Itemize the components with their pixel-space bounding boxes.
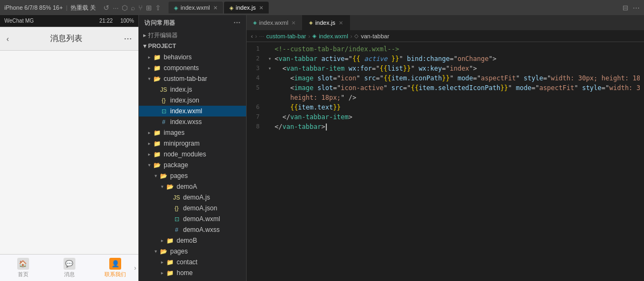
demoa-wxml-label: demoA.wxml bbox=[183, 215, 220, 223]
code-area[interactable]: 1 <!--custom-tab-bar/index.wxml--> 2 ▾ <… bbox=[247, 42, 640, 281]
editor-wxml-close[interactable]: ✕ bbox=[291, 20, 296, 26]
title-bar-right-icons: ⊟ ⋯ bbox=[622, 4, 640, 12]
behaviors-label: behaviors bbox=[164, 53, 192, 61]
nav-expand-icon[interactable]: › bbox=[134, 264, 136, 272]
tab-label-js: index.js bbox=[236, 4, 256, 11]
behaviors-folder-icon: 📁 bbox=[153, 53, 162, 61]
code-line-8: 8 </van-tabbar> bbox=[247, 122, 640, 132]
code-line-5b: 5 height: 18px;" /> bbox=[247, 93, 640, 102]
split-icon[interactable]: ⊟ bbox=[622, 4, 628, 12]
new-page-icon[interactable]: ⬡ bbox=[122, 4, 128, 12]
node-modules-icon: 📁 bbox=[153, 150, 162, 159]
folder-demoa[interactable]: 📂 demoA bbox=[139, 181, 246, 192]
file-index-wxss[interactable]: # index.wxss bbox=[139, 116, 246, 127]
folder-index[interactable]: 📁 index bbox=[139, 278, 246, 281]
index-wxss-icon: # bbox=[159, 118, 168, 126]
main-layout: WeChat MG 21:22 100% ‹ 消息列表 ··· 🏠 首页 💬 消… bbox=[0, 15, 644, 281]
editor-js-tab-label: index.js bbox=[315, 19, 335, 26]
search-icon[interactable]: ⌕ bbox=[131, 4, 135, 12]
demob-label: demoB bbox=[177, 237, 197, 244]
folder-pages-2[interactable]: 📂 pages bbox=[139, 246, 246, 257]
editor-scrollbar[interactable] bbox=[640, 42, 644, 281]
pages2-label: pages bbox=[170, 248, 188, 255]
index-wxml-label: index.wxml bbox=[170, 107, 202, 115]
package-label: package bbox=[164, 161, 188, 169]
folder-contact[interactable]: 📁 contact bbox=[139, 257, 246, 268]
editor-js-tab-icon: ◈ bbox=[309, 20, 313, 25]
file-demoa-wxss[interactable]: # demoA.wxss bbox=[139, 224, 246, 235]
file-demoa-wxml[interactable]: ⊡ demoA.wxml bbox=[139, 214, 246, 224]
upload-icon[interactable]: ⇧ bbox=[155, 4, 161, 12]
folder-miniprogram[interactable]: 📁 miniprogram bbox=[139, 138, 246, 149]
nav-label-contact: 联系我们 bbox=[104, 271, 126, 278]
components-folder-icon: 📁 bbox=[153, 64, 162, 72]
index-json-icon: {} bbox=[159, 96, 168, 105]
explorer-title: 访问常用器 bbox=[144, 19, 176, 27]
device-info: iPhone 6/7/8 85% 16+ bbox=[4, 4, 63, 11]
wechat-back-icon[interactable]: ‹ bbox=[6, 35, 9, 43]
editor-tab-js[interactable]: ◈ index.js ✕ bbox=[303, 15, 349, 30]
file-index-json[interactable]: {} index.json bbox=[139, 95, 246, 106]
editor-breadcrumb: ‹ › ··· custom-tab-bar › ◈ index.wxml › … bbox=[247, 30, 644, 42]
more-icon[interactable]: ··· bbox=[113, 4, 118, 12]
breadcrumb-wxml-icon: ◈ bbox=[312, 33, 317, 39]
code-line-7: 7 </van-tabbar-item> bbox=[247, 112, 640, 122]
nav-item-message[interactable]: 💬 消息 bbox=[46, 258, 93, 278]
folder-images[interactable]: 📁 images bbox=[139, 127, 246, 138]
tab-close-js[interactable]: ✕ bbox=[259, 5, 263, 11]
phone-status-bar: WeChat MG 21:22 100% bbox=[0, 15, 138, 27]
wxml-tab-icon: ◈ bbox=[174, 5, 178, 11]
editor-file-tabs: ◈ index.wxml ✕ ◈ index.js ✕ bbox=[169, 2, 269, 13]
components-label: components bbox=[164, 64, 199, 72]
file-demoa-js[interactable]: JS demoA.js bbox=[139, 192, 246, 203]
code-line-6: 6 {{item.text}} bbox=[247, 102, 640, 112]
custom-tab-bar-arrow bbox=[145, 76, 153, 81]
home-icon: 📁 bbox=[166, 269, 174, 277]
folder-pages-package[interactable]: 📂 pages bbox=[139, 170, 246, 181]
tab-index-wxml[interactable]: ◈ index.wxml ✕ bbox=[169, 2, 222, 13]
explorer-more-icon[interactable]: ··· bbox=[234, 18, 241, 27]
custom-tab-bar-icon: 📂 bbox=[153, 74, 162, 83]
file-index-wxml[interactable]: ⊡ index.wxml bbox=[139, 106, 246, 116]
explorer-header: 访问常用器 ··· bbox=[139, 15, 246, 30]
wechat-dots-icon[interactable]: ··· bbox=[124, 33, 132, 44]
phone-content bbox=[0, 51, 138, 256]
tab-index-js[interactable]: ◈ index.js ✕ bbox=[224, 2, 269, 13]
editor-tab-wxml[interactable]: ◈ index.wxml ✕ bbox=[247, 15, 303, 30]
index-js-label: index.js bbox=[170, 86, 192, 93]
breadcrumb-back-icon[interactable]: ‹ bbox=[251, 33, 253, 39]
file-demoa-json[interactable]: {} demoA.json bbox=[139, 203, 246, 214]
phone-battery: 100% bbox=[120, 18, 134, 24]
tab-close-wxml[interactable]: ✕ bbox=[213, 5, 218, 11]
index-wxml-icon: ⊡ bbox=[159, 107, 168, 115]
refresh-icon[interactable]: ↺ bbox=[103, 4, 109, 12]
nav-item-home[interactable]: 🏠 首页 bbox=[0, 258, 46, 278]
folder-node-modules[interactable]: 📁 node_modules bbox=[139, 149, 246, 160]
folder-demob[interactable]: 📁 demoB bbox=[139, 235, 246, 246]
home-nav-icon: 🏠 bbox=[17, 258, 29, 270]
title-bar-info: iPhone 6/7/8 85% 16+ | 热重载 关 bbox=[4, 4, 96, 12]
demoa-js-label: demoA.js bbox=[183, 194, 210, 201]
code-editor: ◈ index.wxml ✕ ◈ index.js ✕ ‹ › ··· cust… bbox=[247, 15, 644, 281]
breadcrumb-forward-icon[interactable]: › bbox=[255, 33, 257, 39]
folder-custom-tab-bar[interactable]: 📂 custom-tab-bar bbox=[139, 73, 246, 84]
editor-js-close[interactable]: ✕ bbox=[339, 20, 343, 26]
folder-components[interactable]: 📁 components bbox=[139, 63, 246, 73]
editor-wxml-tab-icon: ◈ bbox=[253, 20, 257, 25]
folder-home[interactable]: 📁 home bbox=[139, 268, 246, 278]
hot-reload[interactable]: 热重载 关 bbox=[71, 4, 96, 12]
demob-icon: 📁 bbox=[166, 236, 174, 245]
nav-item-contact[interactable]: 👤 联系我们 bbox=[92, 258, 138, 278]
editor-content-wrapper: 1 <!--custom-tab-bar/index.wxml--> 2 ▾ <… bbox=[247, 42, 644, 281]
pages2-icon: 📂 bbox=[159, 247, 168, 256]
code-line-4: 4 <image slot="icon" src="{{item.iconPat… bbox=[247, 73, 640, 83]
branch-icon[interactable]: ⑂ bbox=[138, 4, 143, 12]
folder-package[interactable]: 📂 package bbox=[139, 160, 246, 170]
file-index-js[interactable]: JS index.js bbox=[139, 84, 246, 95]
code-line-2: 2 ▾ <van-tabbar active="{{ active }}" bi… bbox=[247, 54, 640, 64]
grid-icon[interactable]: ⊞ bbox=[146, 4, 152, 12]
wechat-nav-bar: ‹ 消息列表 ··· bbox=[0, 27, 138, 51]
more-options-icon[interactable]: ⋯ bbox=[633, 4, 640, 12]
open-editor-btn[interactable]: ▸ 打开编辑器 bbox=[139, 30, 246, 42]
folder-behaviors[interactable]: 📁 behaviors bbox=[139, 52, 246, 63]
